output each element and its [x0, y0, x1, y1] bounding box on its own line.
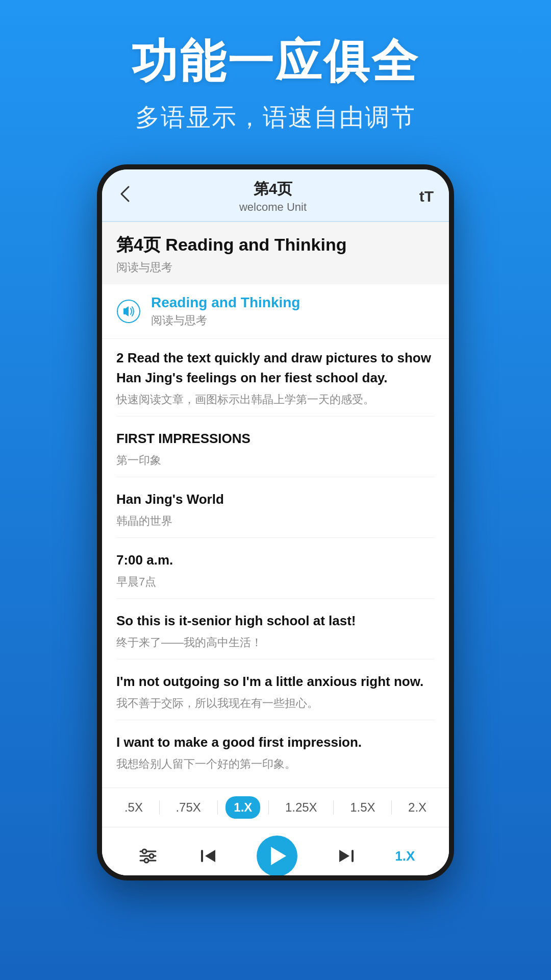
header-page-title: 第4页	[143, 179, 403, 200]
section-subtitle: 阅读与思考	[116, 260, 435, 275]
speed-divider-3	[268, 800, 269, 815]
skip-back-button[interactable]	[197, 845, 219, 867]
skip-forward-button[interactable]	[335, 845, 358, 867]
content-zh-1: 第一印象	[116, 452, 435, 469]
page-header: 功能一应俱全 多语显示，语速自由调节	[0, 0, 551, 149]
divider-1	[116, 477, 435, 477]
font-size-button[interactable]: tT	[403, 188, 434, 205]
content-en-6: I want to make a good first impression.	[116, 732, 435, 752]
header-subtitle: welcome Unit	[143, 201, 403, 214]
content-en-2: Han Jing's World	[116, 489, 435, 509]
speed-1.25x[interactable]: 1.25X	[277, 796, 325, 819]
phone-top-bar: 第4页 welcome Unit tT	[102, 169, 449, 222]
content-block-3: 7:00 a.m. 早晨7点	[102, 541, 449, 595]
content-en-5: I'm not outgoing so I'm a little anxious…	[116, 672, 435, 692]
speed-divider-1	[159, 800, 160, 815]
speed-0.5x[interactable]: .5X	[116, 796, 151, 819]
section-title: 第4页 Reading and Thinking	[116, 233, 435, 257]
svg-point-5	[142, 849, 146, 853]
audio-chinese: 阅读与思考	[151, 313, 300, 328]
filter-button[interactable]	[136, 844, 160, 868]
content-en-1: FIRST IMPRESSIONS	[116, 429, 435, 449]
speed-0.75x[interactable]: .75X	[167, 796, 209, 819]
speaker-icon[interactable]	[116, 299, 141, 324]
speed-1.5x[interactable]: 1.5X	[342, 796, 383, 819]
content-zh-2: 韩晶的世界	[116, 512, 435, 529]
main-title: 功能一应俱全	[20, 31, 531, 93]
sub-title: 多语显示，语速自由调节	[20, 101, 531, 134]
divider-5	[116, 720, 435, 720]
play-icon	[271, 847, 286, 865]
content-block-5: I'm not outgoing so I'm a little anxious…	[102, 663, 449, 717]
content-zh-6: 我想给别人留下一个好的第一印象。	[116, 755, 435, 772]
back-button[interactable]	[117, 183, 143, 210]
speed-bar: .5X .75X 1.X 1.25X 1.5X 2.X	[102, 788, 449, 827]
svg-rect-1	[123, 308, 126, 314]
speed-1x[interactable]: 1.X	[226, 796, 260, 819]
skip-forward-icon	[335, 845, 358, 867]
content-zh-4: 终于来了——我的高中生活！	[116, 634, 435, 651]
header-center: 第4页 welcome Unit	[143, 179, 403, 214]
content-block-4: So this is it-senior high school at last…	[102, 602, 449, 656]
content-area: 第4页 Reading and Thinking 阅读与思考 Reading a…	[102, 222, 449, 875]
play-button[interactable]	[257, 836, 297, 875]
audio-row[interactable]: Reading and Thinking 阅读与思考	[102, 284, 449, 339]
content-zh-5: 我不善于交际，所以我现在有一些担心。	[116, 695, 435, 712]
speed-divider-4	[333, 800, 334, 815]
content-block-2: Han Jing's World 韩晶的世界	[102, 480, 449, 534]
content-block-1: FIRST IMPRESSIONS 第一印象	[102, 420, 449, 474]
speed-2x[interactable]: 2.X	[400, 796, 435, 819]
content-block-0: 2 Read the text quickly and draw picture…	[102, 339, 449, 413]
svg-rect-8	[201, 850, 203, 862]
skip-back-icon	[197, 845, 219, 867]
content-zh-0: 快速阅读文章，画图标示出韩晶上学第一天的感受。	[116, 391, 435, 408]
content-en-0: 2 Read the text quickly and draw picture…	[116, 348, 435, 388]
divider-3	[116, 598, 435, 599]
content-block-6: I want to make a good first impression. …	[102, 723, 449, 777]
svg-point-7	[144, 859, 148, 863]
section-header: 第4页 Reading and Thinking 阅读与思考	[102, 222, 449, 284]
content-en-3: 7:00 a.m.	[116, 550, 435, 570]
divider-4	[116, 659, 435, 659]
content-en-4: So this is it-senior high school at last…	[116, 611, 435, 631]
speed-divider-5	[391, 800, 392, 815]
player-speed-label[interactable]: 1.X	[395, 848, 415, 864]
divider-2	[116, 537, 435, 538]
speed-divider-2	[217, 800, 218, 815]
player-bar: 1.X	[102, 827, 449, 875]
svg-point-6	[149, 854, 154, 858]
audio-english: Reading and Thinking	[151, 295, 300, 311]
phone-frame: 第4页 welcome Unit tT 第4页 Reading and Thin…	[97, 164, 454, 880]
content-zh-3: 早晨7点	[116, 573, 435, 590]
phone-wrapper: 第4页 welcome Unit tT 第4页 Reading and Thin…	[0, 164, 551, 880]
filter-icon	[136, 844, 160, 868]
divider-0	[116, 416, 435, 416]
audio-text-block: Reading and Thinking 阅读与思考	[151, 295, 300, 328]
svg-rect-9	[352, 850, 354, 862]
